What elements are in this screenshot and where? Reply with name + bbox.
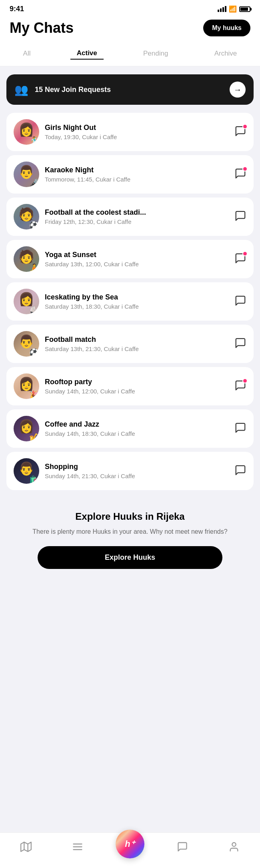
chat-name: Rooftop party bbox=[45, 378, 229, 386]
chat-detail: Saturday 13th, 12:00, Cukar i Caffe bbox=[45, 261, 229, 267]
chat-action[interactable] bbox=[234, 422, 246, 435]
chat-info: Girls Night Out Today, 19:30, Cukar i Ca… bbox=[45, 124, 229, 140]
message-bubble-icon bbox=[234, 337, 246, 349]
explore-description: There is plenty more Huuks in your area.… bbox=[14, 527, 246, 537]
tabs-bar: All Active Pending Archive bbox=[0, 43, 260, 66]
chat-detail: Sunday 14th, 21:30, Cukar i Caffe bbox=[45, 473, 229, 479]
chat-detail: Sunday 14th, 18:30, Cukar i Caffe bbox=[45, 430, 229, 437]
battery-icon bbox=[239, 6, 250, 12]
nav-menu[interactable] bbox=[64, 840, 91, 857]
map-icon bbox=[20, 841, 32, 855]
svg-marker-0 bbox=[21, 842, 31, 851]
chat-item[interactable]: 👩 ⛸️ Iceskating by the Sea Saturday 13th… bbox=[6, 282, 254, 321]
chat-info: Yoga at Sunset Saturday 13th, 12:00, Cuk… bbox=[45, 251, 229, 267]
join-requests-arrow[interactable]: → bbox=[230, 82, 246, 98]
message-bubble-icon bbox=[234, 210, 246, 222]
notification-dot bbox=[242, 378, 248, 383]
chat-item[interactable]: 👩 🎉 Rooftop party Sunday 14th, 12:00, Cu… bbox=[6, 367, 254, 405]
notification-dot bbox=[242, 251, 248, 256]
avatar: 🧑 ⚽ bbox=[14, 204, 39, 229]
avatar: 🧑 🧘 bbox=[14, 246, 39, 272]
svg-point-6 bbox=[232, 842, 236, 846]
avatar: 👩 ⛸️ bbox=[14, 289, 39, 314]
explore-title: Explore Huuks in Rijeka bbox=[14, 511, 246, 522]
avatar: 👩 🎉 bbox=[14, 373, 39, 399]
avatar: 👩 🎷 bbox=[14, 416, 39, 441]
profile-icon bbox=[228, 841, 240, 855]
chat-action[interactable] bbox=[234, 464, 246, 478]
nav-profile[interactable] bbox=[220, 840, 248, 857]
tab-all[interactable]: All bbox=[17, 48, 37, 60]
chat-list: 👩 🕺 Girls Night Out Today, 19:30, Cukar … bbox=[0, 110, 260, 493]
status-time: 9:41 bbox=[10, 5, 24, 13]
explore-section: Explore Huuks in Rijeka There is plenty … bbox=[6, 501, 254, 579]
chat-info: Shopping Sunday 14th, 21:30, Cukar i Caf… bbox=[45, 463, 229, 479]
chat-action[interactable] bbox=[234, 337, 246, 351]
chat-action[interactable] bbox=[234, 168, 246, 181]
tab-active[interactable]: Active bbox=[70, 48, 104, 60]
chat-name: Karaoke Night bbox=[45, 166, 229, 174]
chat-info: Football match Saturday 13th, 21:30, Cuk… bbox=[45, 335, 229, 352]
explore-button[interactable]: Explore Huuks bbox=[38, 546, 222, 569]
message-bubble-icon bbox=[234, 422, 246, 434]
chat-detail: Saturday 13th, 21:30, Cukar i Caffe bbox=[45, 345, 229, 352]
status-icons: 📶 bbox=[218, 5, 250, 13]
chat-icon bbox=[177, 841, 188, 855]
chat-name: Coffee and Jazz bbox=[45, 420, 229, 429]
chat-info: Karaoke Night Tommorow, 11:45, Cukar i C… bbox=[45, 166, 229, 183]
tab-pending[interactable]: Pending bbox=[137, 48, 174, 60]
avatar: 👨 ⚽ bbox=[14, 331, 39, 357]
tab-archive[interactable]: Archive bbox=[208, 48, 244, 60]
chat-info: Iceskating by the Sea Saturday 13th, 18:… bbox=[45, 293, 229, 310]
chat-item[interactable]: 👨 🎤 Karaoke Night Tommorow, 11:45, Cukar… bbox=[6, 155, 254, 194]
signal-icon bbox=[218, 6, 226, 12]
header: My Chats My huuks bbox=[0, 16, 260, 43]
join-requests-banner[interactable]: 👥 15 New Join Requests → bbox=[6, 74, 254, 105]
my-huuks-button[interactable]: My huuks bbox=[203, 20, 250, 36]
chat-name: Girls Night Out bbox=[45, 124, 229, 132]
message-bubble-icon bbox=[234, 295, 246, 307]
chat-info: Rooftop party Sunday 14th, 12:00, Cukar … bbox=[45, 378, 229, 395]
join-requests-text: 15 New Join Requests bbox=[35, 86, 223, 94]
chat-info: Football at the coolest stadi... Friday … bbox=[45, 208, 229, 225]
page-title: My Chats bbox=[10, 20, 74, 36]
menu-icon bbox=[72, 841, 83, 855]
chat-name: Shopping bbox=[45, 463, 229, 471]
huuks-center-button[interactable]: h⁺ bbox=[116, 830, 144, 858]
chat-item[interactable]: 👨 🛍️ Shopping Sunday 14th, 21:30, Cukar … bbox=[6, 452, 254, 490]
chat-detail: Saturday 13th, 18:30, Cukar i Caffe bbox=[45, 303, 229, 310]
status-bar: 9:41 📶 bbox=[0, 0, 260, 16]
chat-detail: Today, 19:30, Cukar i Caffe bbox=[45, 134, 229, 140]
notification-dot bbox=[242, 124, 248, 129]
chat-name: Iceskating by the Sea bbox=[45, 293, 229, 301]
chat-action[interactable] bbox=[234, 210, 246, 223]
notification-dot bbox=[242, 166, 248, 172]
chat-detail: Tommorow, 11:45, Cukar i Caffe bbox=[45, 176, 229, 183]
nav-map[interactable] bbox=[12, 840, 40, 857]
nav-chat[interactable] bbox=[169, 840, 196, 857]
chat-item[interactable]: 🧑 🧘 Yoga at Sunset Saturday 13th, 12:00,… bbox=[6, 240, 254, 278]
chat-action[interactable] bbox=[234, 379, 246, 393]
chat-name: Football at the coolest stadi... bbox=[45, 208, 229, 217]
chat-action[interactable] bbox=[234, 295, 246, 308]
chat-name: Football match bbox=[45, 335, 229, 344]
huuks-logo: h⁺ bbox=[125, 839, 135, 849]
chat-info: Coffee and Jazz Sunday 14th, 18:30, Cuka… bbox=[45, 420, 229, 437]
avatar: 👩 🕺 bbox=[14, 119, 39, 145]
chat-action[interactable] bbox=[234, 252, 246, 266]
chat-detail: Friday 12th, 12:30, Cukar i Caffe bbox=[45, 218, 229, 225]
chat-item[interactable]: 👨 ⚽ Football match Saturday 13th, 21:30,… bbox=[6, 325, 254, 363]
wifi-icon: 📶 bbox=[229, 5, 237, 13]
avatar: 👨 🎤 bbox=[14, 162, 39, 187]
chat-name: Yoga at Sunset bbox=[45, 251, 229, 259]
chat-action[interactable] bbox=[234, 125, 246, 139]
avatar: 👨 🛍️ bbox=[14, 458, 39, 484]
chat-item[interactable]: 👩 🕺 Girls Night Out Today, 19:30, Cukar … bbox=[6, 113, 254, 151]
chat-item[interactable]: 👩 🎷 Coffee and Jazz Sunday 14th, 18:30, … bbox=[6, 409, 254, 448]
add-person-icon: 👥 bbox=[14, 83, 28, 96]
message-bubble-icon bbox=[234, 464, 246, 476]
chat-item[interactable]: 🧑 ⚽ Football at the coolest stadi... Fri… bbox=[6, 198, 254, 236]
bottom-nav: h⁺ bbox=[0, 832, 260, 868]
chat-detail: Sunday 14th, 12:00, Cukar i Caffe bbox=[45, 388, 229, 395]
